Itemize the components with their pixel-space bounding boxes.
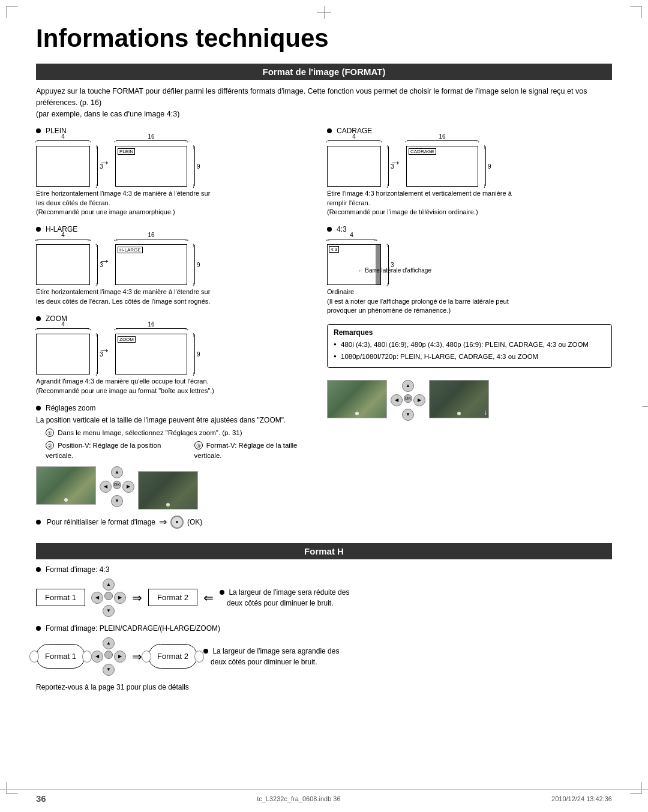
fhp-circle-l2 <box>142 651 151 663</box>
cadrage-box-169: CADRAGE ← → 16 ↑ ↓ 9 <box>406 146 478 187</box>
reinit-ctrl[interactable]: ● <box>170 516 184 529</box>
down-arrow-r: ↓ <box>484 408 487 417</box>
ctrl-center-1[interactable]: OK <box>113 481 121 489</box>
fh43-box1: Format 1 <box>36 589 85 606</box>
control-r1: ▲ ◀ OK ▶ ▼ <box>391 380 425 421</box>
photo-dot-r2 <box>457 412 461 415</box>
fhp-ctrl-lr: ◀ ▶ <box>91 651 126 663</box>
cadrage-diagrams: ← → 4 ↑ ↓ 3 → <box>327 137 612 187</box>
zoom-photo-r1 <box>327 380 387 418</box>
fhp-ctrl-r[interactable]: ▶ <box>114 651 126 663</box>
section1-header: Format de l'image (FORMAT) <box>36 64 612 80</box>
fh43-ctrl-r[interactable]: ▶ <box>114 592 126 604</box>
right-column: CADRAGE ← → 4 <box>327 127 612 534</box>
cadrage-label: CADRAGE <box>327 127 612 135</box>
ctrl-right-1[interactable]: ▶ <box>122 481 134 493</box>
footer-right: 2010/12/24 13:42:36 <box>551 795 612 802</box>
format-zoom: ZOOM ← → 4 <box>36 314 321 395</box>
format-h-43: Format d'image: 4:3 Format 1 ▲ ◀ ▶ ▼ <box>36 565 612 617</box>
zoom-photos: ▲ ◀ OK ▶ ▼ <box>36 466 321 510</box>
zoom-photo-1 <box>36 466 96 505</box>
zoom-photo-r2: ↓ <box>429 380 489 418</box>
zm-circle-c <box>50 328 76 354</box>
circle-l <box>37 149 50 166</box>
fh43-ctrl-dn[interactable]: ▼ <box>103 605 115 617</box>
photo-dot-r1 <box>355 412 359 415</box>
remarks-item-2: 1080p/1080I/720p: PLEIN, H-LARGE, CADRAG… <box>334 352 605 361</box>
ctrl-center-r1[interactable]: OK <box>404 394 412 403</box>
fhp-ctrl: ▲ ◀ ▶ ▼ <box>91 637 126 676</box>
fhp-arrow-fwd: ⇒ <box>132 649 142 664</box>
ratio43-box-label: 4:3 <box>329 246 339 253</box>
ctrl-right-r1[interactable]: ▶ <box>413 394 425 406</box>
reinit-bullet <box>36 520 41 525</box>
footer: 36 tc_L3232c_fra_0608.indb 36 2010/12/24… <box>0 789 648 804</box>
circle-c <box>50 140 76 166</box>
fhp-desc-bullet <box>203 649 208 654</box>
corner-mark-tl <box>6 6 18 18</box>
fhp-ctrl-l[interactable]: ◀ <box>91 651 103 663</box>
ctrl-down-r1[interactable]: ▼ <box>402 409 414 421</box>
plein-caption: Étire horizontalement l'image 4:3 de man… <box>36 189 321 217</box>
cadrage-bullet <box>327 128 332 133</box>
ctrl-left-r1[interactable]: ◀ <box>391 394 403 406</box>
fh43-box2: Format 2 <box>148 589 197 606</box>
fhp-ctrl-c[interactable] <box>104 651 113 659</box>
fh43-diagram: Format 1 ▲ ◀ ▶ ▼ ⇒ Format 2 <box>36 579 612 617</box>
reglages-label: Réglages zoom <box>36 404 321 412</box>
fh43-ctrl-l[interactable]: ◀ <box>91 592 103 604</box>
fhp-ctrl-up[interactable]: ▲ <box>103 637 115 649</box>
fhp-circle-r <box>82 651 92 663</box>
ctrl-down-1[interactable]: ▼ <box>111 495 123 507</box>
zm-circle-l <box>37 337 50 354</box>
page-num: 36 <box>36 793 46 804</box>
hlarge-box-43: ← → 4 ↑ ↓ 3 <box>36 244 90 285</box>
step1-num: ① <box>46 429 54 437</box>
zoom-diagrams: ← → 4 ↑ ↓ 3 → <box>36 325 321 374</box>
plein-box-169: PLEIN ← → 16 ↑ ↓ 9 <box>115 146 187 187</box>
corner-mark-tr <box>630 6 642 18</box>
zoom-box-169: ZOOM ← → 16 ↑ ↓ 9 <box>115 334 187 374</box>
photo-dot-2 <box>166 503 170 507</box>
fhp-circle-l <box>29 651 39 663</box>
fh43-ctrl-c[interactable] <box>104 592 113 600</box>
plein-label: PLEIN <box>36 127 321 135</box>
reinit-line: Pour réinitialiser le format d'image ⇒ ●… <box>36 516 321 529</box>
reglages-zoom: Réglages zoom La position verticale et l… <box>36 404 321 462</box>
fhp-box2: Format 2 <box>148 644 197 669</box>
fh43-ctrl-up[interactable]: ▲ <box>103 579 115 591</box>
fhp-bullet <box>36 626 41 631</box>
hlarge-bullet <box>36 227 41 232</box>
cd-circle-l <box>328 149 341 166</box>
ratio43-bullet <box>327 227 332 232</box>
zoom-caption: Agrandit l'image 4:3 de manière qu'elle … <box>36 377 321 395</box>
ctrl-left-1[interactable]: ◀ <box>100 481 112 493</box>
cd-circle-c <box>341 140 367 166</box>
format-h-plein-label: Format d'image: PLEIN/CADRAGE/(H-LARGE/Z… <box>36 624 612 633</box>
fhp-desc: La largeur de l'image sera agrandie des … <box>203 646 612 667</box>
fh43-desc: La largeur de l'image sera réduite des d… <box>220 587 612 609</box>
ctrl-up-1[interactable]: ▲ <box>111 466 123 478</box>
remarks-item-1: 480i (4:3), 480i (16:9), 480p (4:3), 480… <box>334 340 605 349</box>
cadrage-box-43: ← → 4 ↑ ↓ 3 <box>327 146 381 187</box>
ratio43-label: 4:3 <box>327 225 612 233</box>
photo-dot-1 <box>64 498 68 502</box>
fh43-ctrl: ▲ ◀ ▶ ▼ <box>91 579 126 617</box>
cadrage-caption: Étire l'image 4:3 horizontalement et ver… <box>327 189 612 217</box>
sidebar-bar <box>376 245 380 284</box>
reglages-bullet <box>36 406 41 411</box>
step3-num: ③ <box>194 441 203 450</box>
format-plein: PLEIN ← → 4 <box>36 127 321 217</box>
fhp-ctrl-dn[interactable]: ▼ <box>103 664 115 676</box>
page-title: Informations techniques <box>36 24 612 53</box>
ctrl-lr-1: ◀ OK ▶ <box>100 481 134 493</box>
fhp-circle-r2 <box>194 651 204 663</box>
format-h-plein: Format d'image: PLEIN/CADRAGE/(H-LARGE/Z… <box>36 624 612 676</box>
remarks-box: Remarques 480i (4:3), 480i (16:9), 480p … <box>327 324 612 368</box>
plein-diagrams: ← → 4 ↑ ↓ 3 → <box>36 137 321 187</box>
intro-text: Appuyez sur la touche FORMAT pour défile… <box>36 86 612 119</box>
ctrl-up-r1[interactable]: ▲ <box>402 380 414 392</box>
plein-box-43: ← → 4 ↑ ↓ 3 <box>36 146 90 187</box>
fhp-diagram: Format 1 ▲ ◀ ▶ ▼ ⇒ <box>36 637 612 676</box>
section2-header: Format H <box>36 543 612 559</box>
